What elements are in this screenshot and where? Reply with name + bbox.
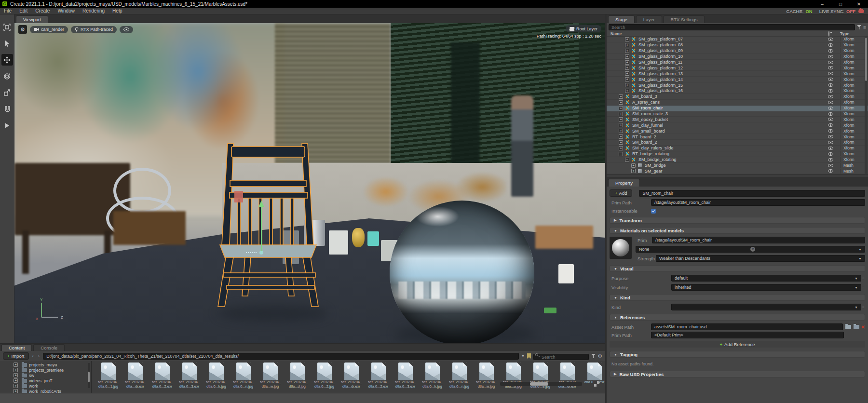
instanceable-checkbox[interactable] xyxy=(651,209,656,214)
tree-row[interactable]: + SM_clay_rulers_slide Xform xyxy=(607,146,868,151)
remove-reference-icon[interactable]: ✕ xyxy=(861,324,865,330)
column-type[interactable]: Type xyxy=(840,31,868,36)
frame-select-tool-icon[interactable] xyxy=(1,21,13,33)
expand-toggle-icon[interactable]: + xyxy=(14,373,18,377)
file-item[interactable]: set_210704_ dtla.0...k.jpg xyxy=(420,363,445,393)
tab-viewport[interactable]: Viewport xyxy=(16,15,48,23)
browse-folder-icon[interactable] xyxy=(845,325,851,329)
section-materials[interactable]: ▼ Materials on selected models xyxy=(610,227,865,234)
visibility-eye-icon[interactable] xyxy=(828,129,833,133)
bookmark-icon[interactable] xyxy=(527,353,531,359)
stage-panel-tab[interactable]: RTX Settings xyxy=(664,15,705,23)
expand-toggle-icon[interactable]: + xyxy=(625,37,629,41)
expand-toggle-icon[interactable]: + xyxy=(14,368,18,372)
menu-item[interactable]: Create xyxy=(31,8,54,14)
back-arrow[interactable]: ‹ xyxy=(31,353,35,359)
expand-toggle-icon[interactable]: + xyxy=(14,378,18,383)
tree-row[interactable]: + SM_glass_platform_15 Xform xyxy=(607,82,868,88)
path-breadcrumb-input[interactable] xyxy=(43,353,519,360)
file-item[interactable]: set_210704_ dtla...d.jpg xyxy=(501,363,526,393)
content-filter-funnel-icon[interactable] xyxy=(591,354,596,358)
open-external-icon[interactable] xyxy=(854,325,859,329)
file-item[interactable]: set_210704_ dtla...d.jpg xyxy=(285,363,310,393)
clear-material-icon[interactable]: x xyxy=(750,247,755,252)
visibility-eye-icon[interactable] xyxy=(828,118,833,121)
move-tool-icon[interactable] xyxy=(1,54,13,66)
tree-row[interactable]: + SM_glass_platform_14 Xform xyxy=(607,77,868,82)
tree-row[interactable]: + SM_room_crate_3 Xform xyxy=(607,111,868,117)
file-item[interactable]: set_210704_ dtla...dr.exr xyxy=(122,363,148,393)
stage-search-input[interactable] xyxy=(609,24,855,30)
visibility-eye-icon[interactable] xyxy=(828,55,833,58)
section-transform[interactable]: ▶ Transform xyxy=(610,217,865,224)
root-layer-button[interactable]: Root Layer xyxy=(566,25,601,32)
visibility-dropdown[interactable]: inherited ▼ xyxy=(671,284,861,291)
maximize-button[interactable]: □ xyxy=(831,0,850,8)
select-cursor-tool-icon[interactable] xyxy=(1,38,13,49)
expand-toggle-icon[interactable]: + xyxy=(619,134,623,139)
expand-toggle-icon[interactable]: − xyxy=(619,152,623,156)
expand-toggle-icon[interactable]: + xyxy=(625,60,629,65)
expand-toggle-icon[interactable]: + xyxy=(625,77,629,81)
expand-toggle-icon[interactable]: + xyxy=(625,66,629,70)
column-name[interactable]: Name xyxy=(610,31,622,36)
visibility-eye-icon[interactable] xyxy=(828,147,833,150)
tree-row[interactable]: − SM_bridge_rotating Xform xyxy=(607,157,868,163)
visibility-eye-icon[interactable] xyxy=(828,72,833,75)
tree-row[interactable]: + SM_epoxy_bucket Xform xyxy=(607,117,868,122)
file-item[interactable]: set_210704_ dtla.0...3.exr xyxy=(393,363,418,393)
visibility-eye-icon[interactable] xyxy=(828,158,833,161)
tree-row[interactable]: + SM_gear Mesh xyxy=(607,168,868,174)
property-splitter[interactable] xyxy=(607,174,868,178)
kind-dropdown[interactable]: ▼ xyxy=(671,304,861,310)
purpose-dropdown[interactable]: default ▼ xyxy=(671,275,861,282)
tree-row[interactable]: + RT_board_2 Xform xyxy=(607,134,868,140)
expand-toggle-icon[interactable]: + xyxy=(619,140,623,145)
folder-row[interactable]: + projects_premiere xyxy=(14,367,91,373)
visibility-eye-icon[interactable] xyxy=(828,107,833,110)
visibility-eye-icon[interactable] xyxy=(828,83,833,87)
file-item[interactable]: set_210704_ dtla.0...2.jpg xyxy=(312,363,337,393)
minimize-button[interactable]: – xyxy=(813,0,831,8)
tree-row[interactable]: + SM_room_chair Xform xyxy=(607,106,868,111)
visibility-eye-icon[interactable] xyxy=(828,61,833,64)
expand-toggle-icon[interactable]: + xyxy=(631,169,636,173)
add-property-button[interactable]: + Add xyxy=(610,189,632,197)
menu-item[interactable]: Help xyxy=(108,8,126,14)
expand-toggle-icon[interactable]: + xyxy=(625,54,629,59)
tree-row[interactable]: + SM_glass_platform_07 Xform xyxy=(607,37,868,42)
content-search-input[interactable] xyxy=(533,354,589,360)
visibility-eye-icon[interactable] xyxy=(828,66,833,69)
tree-row[interactable]: + SM_glass_platform_09 Xform xyxy=(607,48,868,54)
visibility-eye-icon[interactable] xyxy=(828,164,833,167)
display-options-button[interactable] xyxy=(120,26,133,33)
expand-toggle-icon[interactable]: + xyxy=(631,163,636,168)
visibility-eye-icon[interactable] xyxy=(828,49,833,53)
visibility-eye-icon[interactable] xyxy=(828,112,833,116)
folder-row[interactable]: + videos_jonT xyxy=(14,378,91,383)
material-prim-field[interactable] xyxy=(652,237,865,243)
material-binding-dropdown[interactable]: None x ▼ xyxy=(636,246,865,253)
expand-toggle-icon[interactable]: + xyxy=(14,363,18,367)
tree-row[interactable]: + SM_glass_platform_08 Xform xyxy=(607,42,868,48)
path-dropdown-icon[interactable]: ▼ xyxy=(521,354,525,359)
section-references[interactable]: ▼ References xyxy=(610,314,865,321)
tab-property[interactable]: Property xyxy=(608,179,640,187)
expand-toggle-icon[interactable]: + xyxy=(619,146,623,150)
section-tagging[interactable]: ▼ Tagging xyxy=(610,351,865,358)
file-item[interactable]: set_21070 dtla...dr.exr xyxy=(555,363,580,393)
expand-toggle-icon[interactable]: + xyxy=(619,100,623,105)
menu-item[interactable]: Window xyxy=(54,8,79,14)
filter-funnel-icon[interactable] xyxy=(857,25,861,29)
expand-toggle-icon[interactable]: + xyxy=(14,384,18,388)
file-item[interactable]: set_210704_ dtla...dr.exr xyxy=(339,363,364,393)
forward-arrow[interactable]: › xyxy=(37,353,41,359)
tree-row[interactable]: + SM_small_board Xform xyxy=(607,128,868,134)
close-button[interactable]: ✕ xyxy=(850,0,868,8)
snap-magnet-icon[interactable] xyxy=(1,103,13,115)
visibility-eye-icon[interactable] xyxy=(828,89,833,93)
expand-toggle-icon[interactable]: + xyxy=(625,43,629,47)
tree-row[interactable]: + SM_board_2 Xform xyxy=(607,140,868,146)
file-item[interactable]: set_210704_ dtla.0...k.jpg xyxy=(203,363,229,393)
section-visual[interactable]: ▼ Visual xyxy=(610,265,865,272)
